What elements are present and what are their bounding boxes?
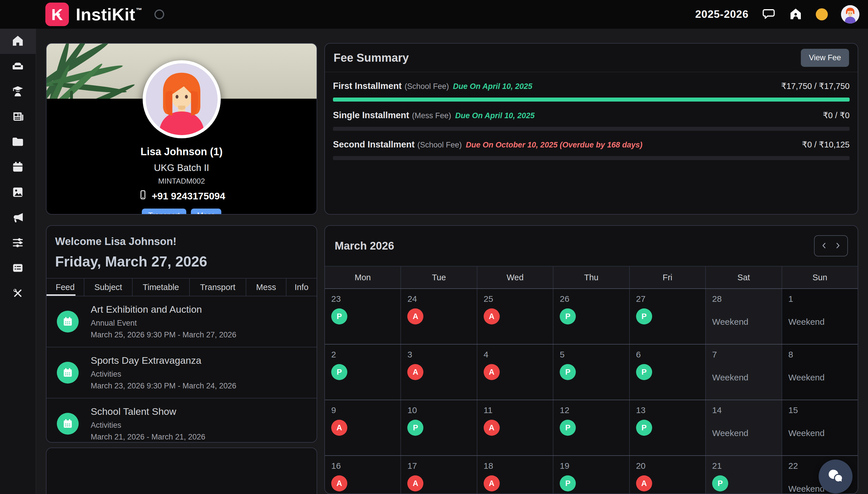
calendar-cell[interactable]: 9A [325,400,401,455]
calendar-cell[interactable]: 26P [553,289,629,344]
feed-item[interactable]: Sports Day ExtravaganzaActivitiesMarch 2… [47,347,317,398]
attendance-badge-present: P [636,308,652,324]
tab-transport[interactable]: Transport [190,279,246,296]
calendar-date: 13 [636,405,646,415]
loading-circle-icon [154,10,164,19]
calendar-cell[interactable]: 25A [477,289,553,344]
calendar-cell[interactable]: 23P [325,289,401,344]
chat-button[interactable] [762,7,776,22]
status-dot [816,8,828,20]
sidebar-item-cards[interactable] [0,256,36,281]
sidebar-item-folder[interactable] [0,130,36,155]
sidebar-item-home[interactable] [0,29,36,54]
dashboard-page: { "topbar": { "brand": "InstiKit", "trad… [0,0,868,494]
fee-summary-card: Fee Summary View Fee First Installment(S… [324,43,858,214]
calendar-cell[interactable]: 17A [401,456,477,494]
calendar-cell[interactable]: 12P [553,400,629,455]
chevron-left-icon [819,241,829,251]
calendar-cell[interactable]: 1Weekend [781,289,858,344]
tab-info[interactable]: Info [287,279,317,296]
calendar-date: 28 [712,294,722,304]
calendar-cell[interactable]: 16A [325,456,401,494]
tab-feed[interactable]: Feed [47,279,85,296]
calendar-cell[interactable]: 28Weekend [705,289,781,344]
calendar-cell[interactable]: 10P [401,400,477,455]
tab-timetable[interactable]: Timetable [133,279,190,296]
calendar-cell[interactable]: 20A [629,456,705,494]
calendar-prev-button[interactable] [818,240,830,252]
student-avatar [143,60,221,138]
calendar-cell[interactable]: 19P [553,456,629,494]
fee-amount: ₹17,750 / ₹17,750 [781,81,850,91]
sidebar-item-tools[interactable] [0,281,36,306]
calendar-cell[interactable]: 5P [553,344,629,400]
feed-item[interactable]: School Talent ShowActivitiesMarch 21, 20… [47,398,317,443]
portal-home-button[interactable] [789,7,802,22]
calendar-date: 3 [407,350,412,359]
fee-row: Single Installment(Mess Fee)Due On April… [333,110,850,131]
calendar-cell[interactable]: 11A [477,400,553,455]
fee-rows: First Installment(School Fee)Due On Apri… [325,72,858,160]
calendar-cell[interactable]: 3A [401,344,477,400]
calendar-cell[interactable]: 7Weekend [705,344,781,400]
sidebar [0,29,36,494]
calendar-cell[interactable]: 18A [477,456,553,494]
calendar-cell[interactable]: 24A [401,289,477,344]
calendar-next-button[interactable] [832,240,844,252]
welcome-card: Welcome Lisa Johnson! Friday, March 27, … [46,225,317,443]
student-profile-card: Lisa Johnson (1) UKG Batch II MINTADM002… [46,43,317,214]
calendar-week-row: 9A10P11A12P13P14Weekend15Weekend [325,400,858,456]
fee-row: Second Installment(School Fee)Due On Oct… [333,139,850,160]
calendar-month-title: March 2026 [335,240,814,252]
calendar-nav [814,235,848,256]
sidebar-item-newsfeed[interactable] [0,104,36,130]
calendar-week-row: 23P24A25A26P27P28Weekend1Weekend [325,289,858,344]
feed-item-title: Art Exhibition and Auction [91,304,236,315]
sidebar-item-preferences[interactable] [0,231,36,256]
chat-fab-button[interactable] [819,460,852,493]
attendance-badge-present: P [636,364,652,380]
feed-item-dates: March 23, 2026 9:30 PM - March 24, 2026 [91,382,236,391]
feed-item-category: Annual Event [91,319,236,328]
user-avatar[interactable] [841,5,860,23]
sidebar-item-lounge[interactable] [0,54,36,79]
calendar-cell[interactable]: 6P [629,344,705,400]
sidebar-item-announcements[interactable] [0,205,36,231]
student-name: Lisa Johnson (1) [47,146,317,158]
tools-icon [11,287,24,301]
feed-item[interactable]: Art Exhibition and AuctionAnnual EventMa… [47,296,317,347]
sidebar-item-student[interactable] [0,79,36,104]
fee-progress-bar [333,97,850,101]
attendance-badge-absent: A [636,475,652,491]
tab-subject[interactable]: Subject [85,279,133,296]
calendar-date: 14 [712,405,722,415]
calendar-cell[interactable]: 13P [629,400,705,455]
sidebar-item-calendar[interactable] [0,155,36,180]
calendar-cell[interactable]: 4A [477,344,553,400]
calendar-date: 15 [789,405,798,415]
sidebar-item-gallery[interactable] [0,180,36,205]
calendar-cell[interactable]: 14Weekend [705,400,781,455]
calendar-cell[interactable]: 2P [325,344,401,400]
feed-item-title: School Talent Show [91,406,205,417]
welcome-tabs: FeedSubjectTimetableTransportMessInfo [47,278,317,296]
trademark-symbol: ™ [136,6,142,14]
brand-logo[interactable]: K InstiKit™ [45,3,142,26]
fee-installment-type: (School Fee) [417,140,462,150]
tab-mess[interactable]: Mess [246,279,287,296]
view-fee-button[interactable]: View Fee [801,49,849,67]
topbar: K InstiKit™ 2025-2026 [0,0,868,29]
calendar-date: 11 [484,405,493,415]
lower-left-card [46,448,317,494]
calendar-date: 27 [636,294,646,304]
welcome-greeting: Welcome Lisa Johnson! [55,235,308,248]
fee-summary-title: Fee Summary [334,51,801,64]
calendar-cell[interactable]: 15Weekend [781,400,858,455]
calendar-cell[interactable]: 21P [705,456,781,494]
calendar-cell[interactable]: 8Weekend [781,344,858,400]
profile-badges: TransportMess [47,209,317,214]
calendar-date: 19 [560,461,569,471]
fee-due-date: Due On April 10, 2025 [455,111,535,120]
calendar-cell[interactable]: 27P [629,289,705,344]
fee-row: First Installment(School Fee)Due On Apri… [333,81,850,101]
